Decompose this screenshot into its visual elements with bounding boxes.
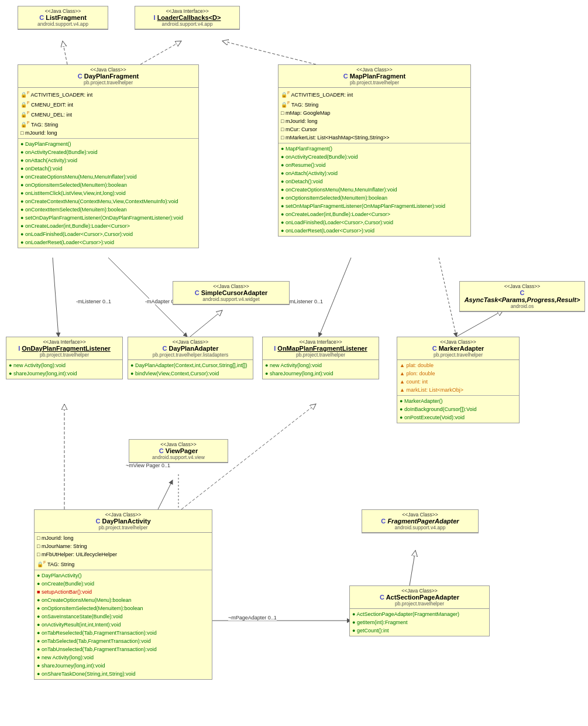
simple-cursor-adapter-box: <<Java Class>> C SimpleCursorAdapter and… bbox=[173, 281, 290, 305]
dpa-stereotype: <<Java Class>> bbox=[130, 339, 250, 345]
ma-field-3: ▲ count: int bbox=[400, 378, 517, 386]
mpf-name: C MapPlanFragment bbox=[281, 73, 468, 80]
mpf-field-5: □ mCur: Cursor bbox=[281, 125, 468, 133]
mpf-methods: ● MapPlanFragment() ● onActivityCreated(… bbox=[278, 143, 470, 236]
mpf-method-7: ● onOptionsItemSelected(MenuItem):boolea… bbox=[281, 194, 468, 202]
ma-method-2: ● doInBackground(Cursor[]):Void bbox=[400, 405, 517, 413]
svg-line-11 bbox=[439, 258, 456, 337]
svg-line-10 bbox=[456, 310, 503, 337]
dpa-name: C DayPlanAdapter bbox=[130, 345, 250, 352]
svg-line-5 bbox=[222, 41, 316, 64]
onmpfl-header: <<Java Interface>> I OnMapPlanFragmentLi… bbox=[263, 337, 379, 360]
dpa2-field-1: □ mJourId: long bbox=[37, 534, 209, 542]
dpf-method-8: ● onCreateContextMenu(ContextMenu,View,C… bbox=[20, 197, 196, 206]
ondpfl-header: <<Java Interface>> I OnDayPlanFragmentLi… bbox=[6, 337, 122, 360]
onmpfl-box: <<Java Interface>> I OnMapPlanFragmentLi… bbox=[262, 337, 379, 379]
mpf-field-1: 🔒F ACTIVITIES_LOADER: int bbox=[281, 89, 468, 99]
mpf-method-3: ● onResume():void bbox=[281, 161, 468, 169]
mpf-stereotype: <<Java Class>> bbox=[281, 67, 468, 73]
dpa2-package: pb.project.travelhelper bbox=[37, 525, 209, 530]
mpf-method-8: ● setOnMapPlanFragmentListener(OnMapPlan… bbox=[281, 202, 468, 210]
lc-stereotype: <<Java Interface>> bbox=[137, 8, 237, 14]
at-package: android.os bbox=[462, 303, 582, 309]
dpa2-stereotype: <<Java Class>> bbox=[37, 512, 209, 518]
ma-header: <<Java Class>> C MarkerAdapter pb.projec… bbox=[397, 337, 519, 360]
dpa2-method-8: ● onTabReselected(Tab,FragmentTransactio… bbox=[37, 629, 209, 637]
dpa2-method-7: ● onActivityResult(int,int,Intent):void bbox=[37, 621, 209, 629]
dpa2-field-3: □ mFbUtHelper: UILifecycleHelper bbox=[37, 550, 209, 559]
dpf-field-5: □ mJourId: long bbox=[20, 129, 196, 137]
dpa2-method-13: ● onShareTaskDone(String,int,String):voi… bbox=[37, 670, 209, 678]
dpa-methods: ● DayPlanAdapter(Context,int,Cursor,Stri… bbox=[128, 360, 253, 379]
dpa2-method-3: ■ setupActionBar():void bbox=[37, 588, 209, 596]
dpa2-method-6: ● onSaveInstanceState(Bundle):void bbox=[37, 612, 209, 621]
dpf-method-12: ● onLoadFinished(Loader<Cursor>,Cursor):… bbox=[20, 230, 196, 238]
onmpfl-stereotype: <<Java Interface>> bbox=[265, 339, 376, 345]
aspa-package: pb.project.travelhelper bbox=[352, 601, 487, 607]
dpa2-method-12: ● shareJourney(long,int):void bbox=[37, 662, 209, 670]
dpa-header: <<Java Class>> C DayPlanAdapter pb.proje… bbox=[128, 337, 253, 360]
ma-name: C MarkerAdapter bbox=[400, 345, 517, 352]
svg-line-7 bbox=[53, 258, 59, 337]
dpa2-field-4: 🔒F TAG: String bbox=[37, 559, 209, 569]
ma-field-1: ▲ plat: double bbox=[400, 361, 517, 369]
view-pager-box: <<Java Class>> C ViewPager android.suppo… bbox=[129, 439, 228, 463]
aspa-method-3: ● getCount():int bbox=[352, 626, 487, 635]
dpa2-header: <<Java Class>> C DayPlanActivity pb.proj… bbox=[35, 510, 212, 533]
aspa-header: <<Java Class>> C ActSectionPageAdapter p… bbox=[350, 586, 489, 609]
async-task-box: <<Java Class>> C AsyncTask<Params,Progre… bbox=[459, 281, 585, 312]
dpf-method-2: ● onActivityCreated(Bundle):void bbox=[20, 148, 196, 156]
fragment-pager-adapter-box: <<Java Class>> C FragmentPagerAdapter an… bbox=[362, 509, 479, 533]
fpa-name: C FragmentPagerAdapter bbox=[365, 518, 476, 525]
mpf-method-6: ● onCreateOptionsMenu(Menu,MenuInflater)… bbox=[281, 186, 468, 194]
mpf-method-5: ● onDetach():void bbox=[281, 177, 468, 186]
dpf-fields: 🔒F ACTIVITIES_LOADER: int 🔒F CMENU_EDIT:… bbox=[18, 88, 198, 139]
dpf-stereotype: <<Java Class>> bbox=[20, 67, 196, 73]
day-plan-activity-box: <<Java Class>> C DayPlanActivity pb.proj… bbox=[34, 509, 212, 680]
lc-name: I LoaderCallbacks<D> bbox=[137, 14, 237, 21]
svg-line-15 bbox=[410, 550, 415, 585]
vp-header: <<Java Class>> C ViewPager android.suppo… bbox=[129, 440, 228, 463]
lf-name: C ListFragment bbox=[20, 14, 105, 21]
mpf-field-4: □ mJourId: long bbox=[281, 117, 468, 125]
svg-line-12 bbox=[158, 480, 173, 509]
ondpfl-stereotype: <<Java Interface>> bbox=[9, 339, 120, 345]
label-m-listener-day: -mListener 0..1 bbox=[76, 299, 111, 304]
dpa2-method-2: ● onCreate(Bundle):void bbox=[37, 580, 209, 588]
aspa-method-1: ● ActSectionPageAdapter(FragmentManager) bbox=[352, 610, 487, 618]
dpa2-method-1: ● DayPlanActivity() bbox=[37, 571, 209, 580]
mpf-method-10: ● onLoadFinished(Loader<Cursor>,Cursor):… bbox=[281, 218, 468, 227]
mpf-method-9: ● onCreateLoader(int,Bundle):Loader<Curs… bbox=[281, 210, 468, 218]
mpf-method-11: ● onLoaderReset(Loader<Cursor>):void bbox=[281, 227, 468, 235]
label-m-pageadapter: ~mPageAdapter 0..1 bbox=[228, 615, 277, 621]
dpf-name: C DayPlanFragment bbox=[20, 73, 196, 80]
lf-package: android.support.v4.app bbox=[20, 21, 105, 27]
ma-method-1: ● MarkerAdapter() bbox=[400, 397, 517, 405]
fpa-package: android.support.v4.app bbox=[365, 525, 476, 530]
mpf-method-2: ● onActivityCreated(Bundle):void bbox=[281, 153, 468, 161]
label-m-listener-map: -mListener 0..1 bbox=[288, 299, 323, 304]
sca-header: <<Java Class>> C SimpleCursorAdapter and… bbox=[173, 282, 289, 304]
ondpfl-name: I OnDayPlanFragmentListener bbox=[9, 345, 120, 352]
dpa2-method-11: ● new Activity(long):void bbox=[37, 653, 209, 662]
aspa-name: C ActSectionPageAdapter bbox=[352, 594, 487, 601]
mpf-package: pb.project.travelhelper bbox=[281, 80, 468, 85]
dpf-package: pb.project.travelhelper bbox=[20, 80, 196, 85]
dpf-header: <<Java Class>> C DayPlanFragment pb.proj… bbox=[18, 65, 198, 88]
onmpfl-methods: ● new Activity(long):void ● shareJourney… bbox=[263, 360, 379, 379]
dpa2-fields: □ mJourId: long □ mJourName: String □ mF… bbox=[35, 533, 212, 570]
aspa-method-2: ● getItem(int):Fragment bbox=[352, 618, 487, 626]
mpf-header: <<Java Class>> C MapPlanFragment pb.proj… bbox=[278, 65, 470, 88]
dpf-field-2: 🔒F CMENU_EDIT: int bbox=[20, 99, 196, 109]
dpf-method-3: ● onAttach(Activity):void bbox=[20, 156, 196, 165]
map-plan-fragment-box: <<Java Class>> C MapPlanFragment pb.proj… bbox=[278, 64, 471, 237]
dpf-methods: ● DayPlanFragment() ● onActivityCreated(… bbox=[18, 139, 198, 248]
at-header: <<Java Class>> C AsyncTask<Params,Progre… bbox=[460, 282, 584, 311]
svg-line-9 bbox=[190, 310, 222, 337]
marker-adapter-box: <<Java Class>> C MarkerAdapter pb.projec… bbox=[397, 337, 520, 423]
mpf-fields: 🔒F ACTIVITIES_LOADER: int 🔒F TAG: String… bbox=[278, 88, 470, 143]
lc-package: android.support.v4.app bbox=[137, 21, 237, 27]
dpf-method-6: ● onOptionsItemSelected(MenuItem):boolea… bbox=[20, 181, 196, 189]
ma-package: pb.project.travelhelper bbox=[400, 352, 517, 358]
dpf-method-9: ● onContextItemSelected(Menuitem):boolea… bbox=[20, 206, 196, 214]
